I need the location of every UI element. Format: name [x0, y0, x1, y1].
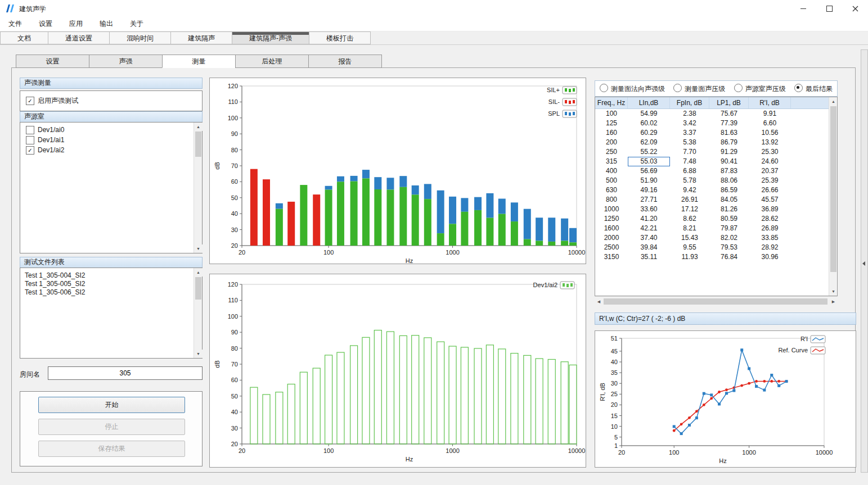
radio-icon[interactable] — [673, 84, 682, 92]
table-cell[interactable]: 41.20 — [628, 214, 670, 224]
subtab-0[interactable]: 设置 — [16, 55, 89, 68]
table-cell[interactable]: 86.79 — [709, 138, 749, 147]
scroll-thumb[interactable] — [195, 277, 201, 300]
table-cell[interactable]: 9.91 — [749, 109, 791, 119]
table-cell[interactable]: 37.40 — [628, 233, 670, 243]
file-item-0[interactable]: Test 1_305-004_SI2 — [20, 271, 191, 280]
table-cell[interactable]: 7.70 — [670, 147, 709, 157]
table-cell[interactable]: 500 — [595, 176, 628, 185]
table-cell[interactable]: 86.59 — [709, 185, 749, 195]
table-cell[interactable]: 13.92 — [749, 138, 791, 147]
table-cell[interactable]: 250 — [595, 147, 628, 157]
table-cell[interactable]: 3.42 — [670, 119, 709, 128]
table-cell[interactable]: 60.02 — [628, 119, 670, 128]
table-cell[interactable]: 7.48 — [670, 157, 709, 166]
table-horizontal-scrollbar[interactable]: ◀ ▶ — [595, 296, 838, 306]
table-cell[interactable]: 100 — [595, 109, 628, 119]
scroll-up-icon[interactable]: ▲ — [194, 268, 203, 277]
table-cell[interactable]: 26.91 — [670, 195, 709, 205]
table-cell[interactable]: 3.37 — [670, 128, 709, 138]
tab-5[interactable]: 楼板打击 — [309, 31, 371, 44]
table-cell[interactable]: 10.56 — [749, 128, 791, 138]
radio-icon[interactable] — [794, 84, 803, 92]
table-cell[interactable]: 1600 — [595, 224, 628, 233]
table-cell[interactable]: 400 — [595, 166, 628, 176]
table-row-5[interactable]: 31555.037.4890.4124.60 — [595, 157, 837, 166]
table-cell[interactable]: 8.62 — [670, 214, 709, 224]
table-cell[interactable]: 51.90 — [628, 176, 670, 185]
tab-1[interactable]: 通道设置 — [48, 31, 110, 44]
room-name-input[interactable] — [48, 366, 203, 380]
checkbox-icon[interactable] — [26, 136, 34, 144]
table-vertical-scrollbar[interactable]: ▲ ▼ — [829, 97, 837, 296]
table-row-9[interactable]: 80027.7126.9184.0545.57 — [595, 195, 837, 205]
start-button[interactable]: 开始 — [38, 397, 185, 413]
channel-list-scrollbar[interactable]: ▲ ▼ — [194, 123, 202, 253]
table-cell[interactable]: 35.11 — [628, 252, 670, 262]
radio-icon[interactable] — [600, 84, 608, 92]
subtab-3[interactable]: 后处理 — [235, 55, 309, 68]
table-cell[interactable]: 42.21 — [628, 224, 670, 233]
table-cell[interactable]: 77.39 — [709, 119, 749, 128]
table-row-14[interactable]: 250039.849.5579.5328.92 — [595, 243, 837, 252]
file-item-2[interactable]: Test 1_305-006_SI2 — [20, 288, 191, 297]
table-row-11[interactable]: 125041.208.6280.5928.62 — [595, 214, 837, 224]
table-cell[interactable]: 39.84 — [628, 243, 670, 252]
table-cell[interactable]: 160 — [595, 128, 628, 138]
table-cell[interactable]: 79.87 — [709, 224, 749, 233]
table-cell[interactable]: 55.22 — [628, 147, 670, 157]
table-cell[interactable]: 45.57 — [749, 195, 791, 205]
table-row-13[interactable]: 200037.4015.4382.0233.85 — [595, 233, 837, 243]
enable-intensity-checkbox[interactable]: ✓ — [26, 97, 34, 105]
channel-item-2[interactable]: ✓Dev1/ai2 — [23, 145, 191, 155]
tab-0[interactable]: 文档 — [0, 31, 48, 44]
radio-option-3[interactable]: 最后结果 — [794, 84, 833, 94]
table-row-3[interactable]: 20062.095.3886.7913.92 — [595, 138, 837, 147]
checkbox-icon[interactable] — [26, 126, 34, 134]
table-cell[interactable]: 630 — [595, 185, 628, 195]
menu-item-0[interactable]: 文件 — [0, 17, 30, 31]
table-cell[interactable]: 200 — [595, 138, 628, 147]
table-cell[interactable]: 315 — [595, 157, 628, 166]
scroll-left-icon[interactable]: ◀ — [595, 297, 603, 306]
table-row-4[interactable]: 25055.227.7091.2925.30 — [595, 147, 837, 157]
menu-item-4[interactable]: 关于 — [122, 17, 152, 31]
table-cell[interactable]: 9.55 — [670, 243, 709, 252]
table-cell[interactable]: 3150 — [595, 252, 628, 262]
table-cell[interactable]: 25.39 — [749, 176, 791, 185]
table-cell[interactable]: 82.02 — [709, 233, 749, 243]
scroll-down-icon[interactable]: ▼ — [829, 287, 838, 296]
radio-option-2[interactable]: 声源室声压级 — [734, 84, 786, 94]
table-cell[interactable]: 26.66 — [749, 185, 791, 195]
tab-3[interactable]: 建筑隔声 — [171, 31, 232, 44]
table-cell[interactable]: 800 — [595, 195, 628, 205]
table-cell[interactable]: 33.60 — [628, 205, 670, 214]
table-cell[interactable]: 88.06 — [709, 176, 749, 185]
table-cell[interactable]: 30.96 — [749, 252, 791, 262]
table-cell[interactable]: 36.89 — [749, 205, 791, 214]
table-cell[interactable]: 81.63 — [709, 128, 749, 138]
side-collapse-strip[interactable] — [861, 49, 868, 473]
table-cell[interactable]: 54.99 — [628, 109, 670, 119]
table-cell[interactable]: 8.21 — [670, 224, 709, 233]
table-cell[interactable]: 11.93 — [670, 252, 709, 262]
menu-item-1[interactable]: 设置 — [30, 17, 61, 31]
table-cell[interactable]: 60.29 — [628, 128, 670, 138]
table-cell[interactable]: 25.30 — [749, 147, 791, 157]
table-cell[interactable]: 49.16 — [628, 185, 670, 195]
checkbox-icon[interactable]: ✓ — [26, 146, 34, 155]
subtab-2[interactable]: 测量 — [162, 55, 236, 68]
table-cell[interactable]: 15.43 — [670, 233, 709, 243]
scroll-up-icon[interactable]: ▲ — [829, 97, 838, 106]
table-cell[interactable]: 90.41 — [709, 157, 749, 166]
table-cell[interactable]: 55.03 — [628, 157, 670, 166]
menu-item-3[interactable]: 输出 — [91, 17, 122, 31]
table-cell[interactable]: 1250 — [595, 214, 628, 224]
table-cell[interactable]: 28.62 — [749, 214, 791, 224]
table-row-15[interactable]: 315035.1111.9376.8430.96 — [595, 252, 837, 262]
table-cell[interactable]: 28.92 — [749, 243, 791, 252]
table-cell[interactable]: 2500 — [595, 243, 628, 252]
file-item-1[interactable]: Test 1_305-005_SI2 — [20, 280, 191, 288]
table-cell[interactable]: 2.38 — [670, 109, 709, 119]
table-cell[interactable]: 56.69 — [628, 166, 670, 176]
